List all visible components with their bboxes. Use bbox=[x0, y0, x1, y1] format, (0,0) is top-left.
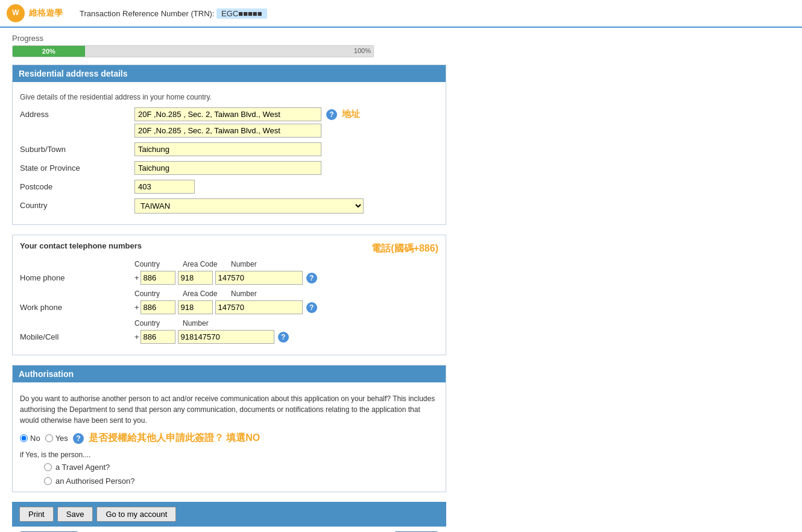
main-content: Progress 20% 100% Residential address de… bbox=[0, 28, 458, 532]
mobile-country-input[interactable] bbox=[141, 330, 175, 344]
mobile-phone-header: Country Number bbox=[20, 319, 438, 328]
mobile-col-number: Number bbox=[183, 319, 303, 328]
trn-label: Transaction Reference Number (TRN): bbox=[80, 9, 214, 18]
progress-label: Progress bbox=[12, 34, 446, 43]
mobile-phone-help-icon[interactable]: ? bbox=[278, 332, 289, 343]
postcode-input[interactable] bbox=[134, 180, 195, 194]
work-area-input[interactable] bbox=[178, 300, 213, 314]
work-phone-label: Work phone bbox=[20, 303, 134, 312]
svg-text:W: W bbox=[12, 8, 19, 17]
work-col-area: Area Code bbox=[183, 290, 231, 298]
address-input-2[interactable] bbox=[134, 124, 321, 138]
country-select[interactable]: TAIWAN bbox=[134, 198, 364, 214]
radio-authorised-person[interactable] bbox=[44, 477, 52, 485]
work-col-number: Number bbox=[231, 290, 330, 298]
logo-text: 維格遊學 bbox=[29, 8, 63, 19]
postcode-field bbox=[134, 180, 438, 194]
wego-logo-icon: W bbox=[6, 4, 25, 23]
home-col-number: Number bbox=[231, 260, 330, 268]
authorise-help-icon[interactable]: ? bbox=[73, 433, 84, 444]
residential-desc: Give details of the residential address … bbox=[20, 93, 438, 101]
home-country-input[interactable] bbox=[141, 271, 175, 285]
authorisation-section: Authorisation Do you want to authorise a… bbox=[12, 365, 446, 492]
yes-no-row: No Yes ? 是否授權給其他人申請此簽證？ 填選NO bbox=[20, 432, 438, 445]
home-plus: + bbox=[134, 273, 139, 282]
country-field: TAIWAN bbox=[134, 198, 438, 214]
save-button[interactable]: Save bbox=[57, 507, 93, 522]
trn-value: EGC■■■■■ bbox=[216, 8, 267, 19]
travel-agent-label: a Travel Agent? bbox=[55, 463, 110, 472]
authorisation-desc: Do you want to authorise another person … bbox=[20, 393, 438, 426]
home-area-input[interactable] bbox=[178, 271, 213, 285]
work-phone-help-icon[interactable]: ? bbox=[306, 302, 317, 313]
radio-no[interactable] bbox=[20, 434, 28, 442]
country-label: Country bbox=[20, 198, 134, 210]
radio-yes[interactable] bbox=[45, 434, 53, 442]
mobile-phone-row: Mobile/Cell + ? bbox=[20, 330, 438, 344]
suburb-row: Suburb/Town bbox=[20, 142, 438, 156]
address-label: Address bbox=[20, 107, 134, 119]
logo-area: W 維格遊學 bbox=[6, 4, 63, 23]
radio-no-option: No bbox=[20, 434, 40, 443]
state-input[interactable] bbox=[134, 161, 321, 175]
work-col-country: Country bbox=[134, 290, 183, 298]
address-chinese-label: 地址 bbox=[342, 109, 360, 120]
suburb-field bbox=[134, 142, 438, 156]
home-number-input[interactable] bbox=[215, 271, 303, 285]
radio-travel-agent[interactable] bbox=[44, 463, 52, 471]
address-field: ? 地址 bbox=[134, 107, 438, 138]
authorisation-inner: Do you want to authorise another person … bbox=[13, 387, 446, 492]
radio-yes-option: Yes bbox=[45, 434, 68, 443]
progress-bar-outer: 20% 100% bbox=[12, 45, 374, 57]
print-button[interactable]: Print bbox=[19, 507, 54, 522]
authorise-chinese-hint: 是否授權給其他人申請此簽證？ 填選NO bbox=[89, 432, 260, 445]
residential-section: Residential address details Give details… bbox=[12, 65, 446, 225]
mobile-col-country: Country bbox=[134, 319, 183, 328]
if-yes-label: if Yes, is the person.... bbox=[20, 451, 438, 459]
postcode-label: Postcode bbox=[20, 180, 134, 191]
progress-percent-text: 20% bbox=[42, 48, 55, 55]
top-bar: W 維格遊學 Transaction Reference Number (TRN… bbox=[0, 0, 802, 28]
suburb-label: Suburb/Town bbox=[20, 142, 134, 154]
address-with-help: ? 地址 bbox=[134, 107, 438, 121]
address-help-icon[interactable]: ? bbox=[326, 109, 337, 120]
sub-radio-col: a Travel Agent? an Authorised Person? bbox=[44, 463, 438, 486]
work-phone-row: Work phone + ? bbox=[20, 300, 438, 314]
residential-inner: Give details of the residential address … bbox=[13, 87, 446, 224]
country-row: Country TAIWAN bbox=[20, 198, 438, 214]
work-plus: + bbox=[134, 303, 139, 312]
home-col-country: Country bbox=[134, 260, 183, 268]
state-label: State or Province bbox=[20, 161, 134, 173]
phone-inner: Your contact telephone numbers 電話(國碼+886… bbox=[13, 235, 446, 355]
authorisation-header: Authorisation bbox=[13, 366, 446, 382]
mobile-phone-label: Mobile/Cell bbox=[20, 332, 134, 341]
progress-100: 100% bbox=[354, 47, 371, 54]
radio-yes-label: Yes bbox=[55, 434, 68, 443]
radio-no-label: No bbox=[30, 434, 40, 443]
phone-section-title: Your contact telephone numbers bbox=[20, 241, 142, 250]
state-field bbox=[134, 161, 438, 175]
home-phone-help-icon[interactable]: ? bbox=[306, 273, 317, 283]
progress-section: Progress 20% 100% bbox=[12, 34, 446, 57]
work-country-input[interactable] bbox=[141, 300, 175, 314]
state-row: State or Province bbox=[20, 161, 438, 175]
nav-section: Previous Next bbox=[12, 527, 446, 532]
home-phone-label: Home phone bbox=[20, 273, 134, 282]
mobile-plus: + bbox=[134, 332, 139, 341]
go-to-account-button[interactable]: Go to my account bbox=[96, 507, 176, 522]
address-row: Address ? 地址 bbox=[20, 107, 438, 138]
residential-header: Residential address details bbox=[13, 65, 446, 82]
authorised-person-label: an Authorised Person? bbox=[55, 477, 135, 486]
home-phone-row: Home phone + ? bbox=[20, 271, 438, 285]
address-input-1[interactable] bbox=[134, 107, 321, 121]
suburb-input[interactable] bbox=[134, 142, 321, 156]
mobile-number-input[interactable] bbox=[178, 330, 274, 344]
phone-section: Your contact telephone numbers 電話(國碼+886… bbox=[12, 235, 446, 355]
travel-agent-option: a Travel Agent? bbox=[44, 463, 438, 472]
bottom-bar: Print Save Go to my account bbox=[12, 502, 446, 527]
work-number-input[interactable] bbox=[215, 300, 303, 314]
work-phone-header: Country Area Code Number bbox=[20, 290, 438, 298]
authorised-person-option: an Authorised Person? bbox=[44, 477, 438, 486]
phone-title-row: Your contact telephone numbers 電話(國碼+886… bbox=[20, 241, 438, 256]
phone-chinese-hint: 電話(國碼+886) bbox=[371, 242, 438, 255]
